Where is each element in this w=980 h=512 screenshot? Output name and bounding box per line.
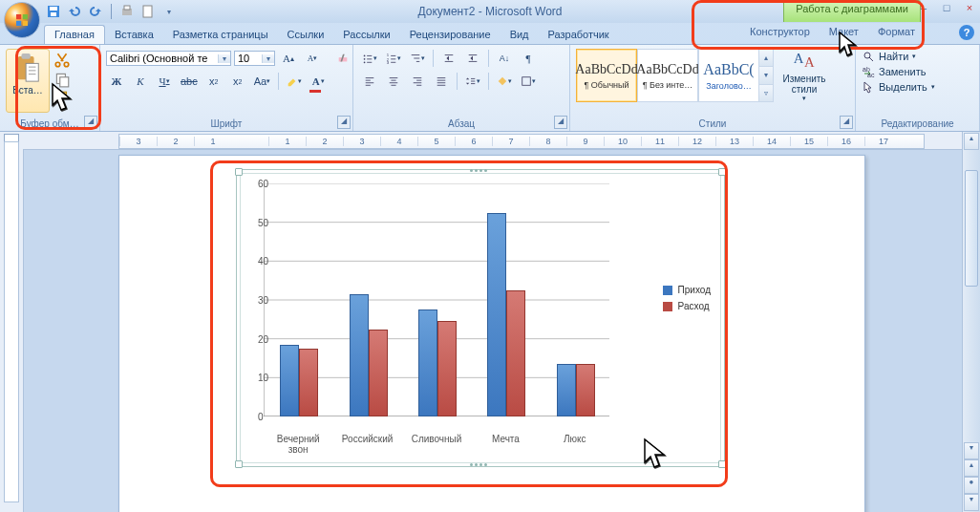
clear-format-icon[interactable]	[332, 49, 353, 68]
paste-button[interactable]: Вста…	[6, 49, 50, 113]
svg-rect-0	[16, 14, 21, 19]
tab-design[interactable]: Конструктор	[740, 23, 820, 41]
align-center-button[interactable]	[383, 72, 404, 91]
group-label: Шрифт	[100, 118, 352, 129]
format-painter-icon[interactable]	[53, 91, 71, 106]
next-page-icon[interactable]: ▾	[964, 494, 979, 511]
sort-button[interactable]: А↓	[494, 49, 515, 68]
chart-object[interactable]: 0102030405060 Вечерний звонРоссийскийСли…	[236, 169, 725, 467]
qat-more-icon[interactable]: ▾	[161, 4, 177, 19]
tab-review[interactable]: Рецензирование	[400, 26, 501, 44]
change-case-button[interactable]: Aa▾	[251, 72, 273, 91]
minimize-button[interactable]: –	[917, 2, 930, 13]
styles-gallery-scroll[interactable]: ▴▾▿	[759, 49, 774, 102]
redo-icon[interactable]	[88, 4, 103, 19]
svg-rect-21	[61, 97, 63, 105]
legend-item: Приход	[678, 285, 711, 295]
subscript-button[interactable]: x2	[203, 72, 224, 91]
group-label: Стили	[570, 118, 855, 129]
document-page[interactable]: 0102030405060 Вечерний звонРоссийскийСли…	[118, 155, 865, 512]
chart-plot-area[interactable]: 0102030405060	[264, 183, 609, 416]
tab-mailings[interactable]: Рассылки	[333, 26, 399, 44]
tab-layout[interactable]: Макет	[820, 23, 868, 41]
change-styles-button[interactable]: AA Изменить стили▾	[778, 49, 831, 102]
replace-button[interactable]: abacЗаменить	[862, 65, 973, 78]
bold-button[interactable]: Ж	[106, 72, 127, 91]
scrollbar-thumb[interactable]	[965, 170, 978, 287]
line-spacing-button[interactable]: ▾	[462, 72, 483, 91]
svg-point-16	[55, 62, 60, 67]
borders-button[interactable]: ▾	[518, 72, 539, 91]
cut-icon[interactable]	[53, 53, 71, 68]
justify-button[interactable]	[431, 72, 452, 91]
copy-icon[interactable]	[53, 72, 71, 87]
indent-dec-button[interactable]	[438, 49, 459, 68]
window-controls: – □ ×	[917, 2, 976, 13]
undo-icon[interactable]	[67, 4, 82, 19]
strike-button[interactable]: abc	[178, 72, 201, 91]
help-icon[interactable]: ?	[959, 25, 974, 40]
styles-launcher[interactable]: ◢	[840, 116, 853, 129]
font-size-input[interactable]	[235, 52, 262, 65]
title-bar: ▾ Документ2 - Microsoft Word Работа с ди…	[0, 0, 980, 23]
chart-legend[interactable]: Приход Расход	[663, 285, 711, 317]
tab-page-layout[interactable]: Разметка страницы	[163, 26, 278, 44]
prev-page-icon[interactable]: ▴	[964, 459, 979, 477]
legend-item: Расход	[678, 301, 710, 311]
tab-developer[interactable]: Разработчик	[539, 26, 619, 44]
tab-home[interactable]: Главная	[44, 25, 105, 44]
shading-button[interactable]: ▾	[494, 72, 515, 91]
new-doc-icon[interactable]	[140, 4, 156, 19]
office-button[interactable]	[4, 2, 40, 38]
tab-insert[interactable]: Вставка	[105, 26, 163, 44]
group-label: Редактирование	[856, 118, 979, 129]
clipboard-launcher[interactable]: ◢	[84, 116, 97, 129]
font-name-input[interactable]	[107, 52, 218, 65]
ribbon: Вста… Буфер обм… ◢ ▾ ▾ A▴ A▾	[0, 44, 980, 132]
styles-gallery[interactable]: AaBbCcDd ¶ Обычный AaBbCcDd ¶ Без инте… …	[576, 49, 774, 102]
tab-references[interactable]: Ссылки	[278, 26, 334, 44]
page-viewport[interactable]: 0102030405060 Вечерний звонРоссийскийСли…	[23, 149, 963, 512]
align-left-button[interactable]	[359, 72, 380, 91]
paragraph-launcher[interactable]: ◢	[554, 116, 567, 129]
numbering-button[interactable]: 123▾	[383, 49, 404, 68]
tab-view[interactable]: Вид	[501, 26, 539, 44]
svg-rect-61	[522, 77, 531, 86]
superscript-button[interactable]: x2	[227, 72, 248, 91]
browse-object-icon[interactable]: ●	[964, 477, 979, 494]
multilevel-button[interactable]: ▾	[407, 49, 428, 68]
svg-rect-11	[21, 53, 30, 59]
style-no-spacing[interactable]: AaBbCcDd ¶ Без инте…	[637, 49, 698, 102]
indent-inc-button[interactable]	[462, 49, 483, 68]
shrink-font-icon[interactable]: A▾	[302, 49, 323, 68]
align-right-button[interactable]	[407, 72, 428, 91]
chevron-down-icon[interactable]: ▾	[262, 54, 274, 63]
show-marks-button[interactable]: ¶	[518, 49, 539, 68]
italic-button[interactable]: К	[130, 72, 151, 91]
separator	[111, 4, 112, 19]
grow-font-icon[interactable]: A▴	[278, 49, 299, 68]
font-color-button[interactable]: A▾	[308, 72, 329, 91]
find-button[interactable]: Найти ▾	[862, 50, 973, 63]
font-name-combo[interactable]: ▾	[106, 51, 231, 66]
vertical-scrollbar[interactable]: ▴ ▾ ▴ ● ▾	[962, 132, 980, 512]
scroll-up-icon[interactable]: ▴	[964, 133, 979, 150]
tab-format[interactable]: Формат	[868, 23, 925, 41]
bullets-button[interactable]: ▾	[359, 49, 380, 68]
close-button[interactable]: ×	[963, 2, 976, 13]
highlight-button[interactable]: ▾	[284, 72, 305, 91]
chevron-down-icon[interactable]: ▾	[218, 54, 230, 63]
underline-button[interactable]: Ч ▾	[154, 72, 175, 91]
font-size-combo[interactable]: ▾	[234, 51, 275, 66]
horizontal-ruler[interactable]: 3211234567891011121314151617	[23, 132, 963, 150]
group-editing: Найти ▾ abacЗаменить Выделить ▾ Редактир…	[856, 45, 980, 131]
select-button[interactable]: Выделить ▾	[862, 80, 973, 94]
font-launcher[interactable]: ◢	[337, 116, 351, 129]
maximize-button[interactable]: □	[940, 2, 953, 13]
vertical-ruler[interactable]	[0, 132, 24, 512]
save-icon[interactable]	[46, 4, 61, 19]
scroll-down-icon[interactable]: ▾	[964, 442, 979, 459]
style-heading1[interactable]: AaBbC( Заголово…	[698, 49, 759, 102]
style-normal[interactable]: AaBbCcDd ¶ Обычный	[576, 49, 637, 102]
print-preview-icon[interactable]	[119, 4, 135, 19]
